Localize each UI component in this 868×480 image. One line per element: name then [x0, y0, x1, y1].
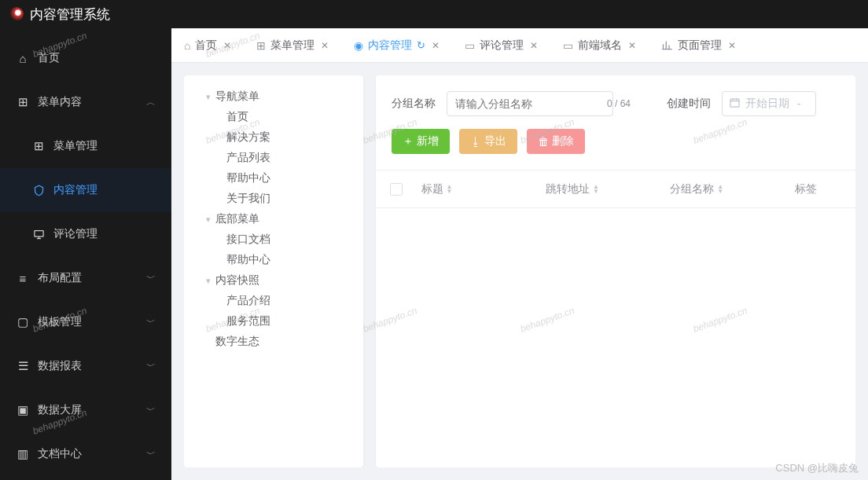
tree-node-products[interactable]: 产品列表	[192, 148, 355, 168]
sidebar-item-label: 菜单内容	[38, 95, 146, 109]
close-icon[interactable]: ✕	[628, 40, 636, 51]
tree-node-product-intro[interactable]: 产品介绍	[192, 291, 355, 311]
sidebar: ⌂ 首页 ⊞ 菜单内容 ︿ ⊞ 菜单管理 内容管理	[0, 28, 171, 480]
tab-comment-mgmt[interactable]: ▭ 评论管理 ✕	[465, 38, 538, 53]
sidebar-item-menu-content[interactable]: ⊞ 菜单内容 ︿	[0, 80, 171, 124]
download-icon: ⭳	[470, 135, 481, 148]
tree-node-digital-eco[interactable]: 数字生态	[192, 332, 355, 352]
app-title: 内容管理系统	[30, 5, 110, 24]
tab-home[interactable]: ⌂ 首页 ✕	[184, 38, 231, 53]
button-row: ＋ 新增 ⭳ 导出 🗑 删除	[376, 129, 855, 170]
doc-icon: ▥	[16, 447, 30, 461]
chevron-down-icon: ﹀	[146, 404, 156, 417]
sort-icon[interactable]: ▲▼	[593, 185, 599, 194]
tree-node-footer-help[interactable]: 帮助中心	[192, 250, 355, 270]
tree-label: 解决方案	[226, 130, 270, 145]
filter-row: 分组名称 0 / 64 创建时间 开始日期 -	[376, 75, 855, 129]
start-date-placeholder: 开始日期	[745, 97, 789, 111]
tree-node-footer-menu[interactable]: ▾ 底部菜单	[192, 209, 355, 229]
sidebar-item-label: 数据大屏	[38, 403, 146, 417]
tree-node-solution[interactable]: 解决方案	[192, 127, 355, 148]
sidebar-item-menu-mgmt[interactable]: ⊞ 菜单管理	[0, 124, 171, 168]
tree-node-service-scope[interactable]: 服务范围	[192, 311, 355, 332]
sidebar-item-content-mgmt[interactable]: 内容管理	[0, 168, 171, 212]
create-time-label: 创建时间	[667, 97, 711, 111]
caret-down-icon[interactable]: ▾	[203, 214, 214, 225]
sidebar-item-label: 菜单管理	[53, 139, 156, 153]
chevron-down-icon: ﹀	[146, 448, 156, 461]
refresh-icon[interactable]: ↻	[417, 39, 425, 51]
close-icon[interactable]: ✕	[223, 40, 231, 51]
col-label: 分组名称	[670, 182, 714, 196]
monitor-icon	[31, 229, 46, 240]
tab-label: 评论管理	[480, 38, 524, 53]
date-range-picker[interactable]: 开始日期 -	[722, 91, 816, 116]
group-name-input[interactable]	[447, 97, 601, 110]
tree-node-nav-menu[interactable]: ▾ 导航菜单	[192, 86, 355, 107]
shield-icon	[31, 185, 46, 196]
tree-label: 关于我们	[226, 192, 270, 206]
col-redirect[interactable]: 跳转地址 ▲▼	[546, 182, 670, 196]
sidebar-item-label: 内容管理	[53, 183, 156, 197]
sidebar-item-layout-cfg[interactable]: ≡ 布局配置 ﹀	[0, 256, 171, 300]
app-logo-icon	[9, 7, 24, 21]
tab-content-mgmt[interactable]: ◉ 内容管理 ↻ ✕	[354, 38, 440, 53]
sidebar-item-home[interactable]: ⌂ 首页	[0, 36, 171, 80]
close-icon[interactable]: ✕	[728, 40, 736, 51]
topbar: 内容管理系统	[0, 0, 868, 28]
tab-label: 菜单管理	[270, 38, 314, 53]
sidebar-item-data-report[interactable]: ☰ 数据报表 ﹀	[0, 344, 171, 388]
tree-node-home[interactable]: 首页	[192, 107, 355, 127]
tab-label: 页面管理	[678, 38, 722, 53]
tab-label: 首页	[195, 38, 217, 53]
col-tags[interactable]: 标签	[795, 182, 841, 196]
chevron-down-icon: ﹀	[146, 360, 156, 373]
tree-label: 产品介绍	[226, 294, 270, 308]
tree-node-snapshot[interactable]: ▾ 内容快照	[192, 270, 355, 291]
tab-menu-mgmt[interactable]: ⊞ 菜单管理 ✕	[256, 38, 329, 53]
tree-label: 接口文档	[226, 233, 270, 247]
table-header-row: 标题 ▲▼ 跳转地址 ▲▼ 分组名称 ▲▼	[376, 170, 855, 208]
export-button[interactable]: ⭳ 导出	[459, 129, 517, 154]
sidebar-item-doc-center[interactable]: ▥ 文档中心 ﹀	[0, 432, 171, 476]
chevron-up-icon: ︿	[146, 96, 156, 109]
col-group-name[interactable]: 分组名称 ▲▼	[670, 182, 794, 196]
grid-icon: ⊞	[16, 95, 30, 109]
caret-down-icon[interactable]: ▾	[203, 92, 214, 102]
sidebar-item-data-screen[interactable]: ▣ 数据大屏 ﹀	[0, 388, 171, 432]
caret-down-icon[interactable]: ▾	[203, 276, 214, 286]
tab-page-mgmt[interactable]: 页面管理 ✕	[661, 38, 736, 53]
sort-icon[interactable]: ▲▼	[447, 185, 453, 194]
sidebar-item-label: 评论管理	[53, 227, 156, 241]
group-name-input-wrap: 0 / 64	[447, 91, 613, 116]
group-name-label: 分组名称	[392, 97, 436, 111]
col-title[interactable]: 标题 ▲▼	[421, 182, 546, 196]
add-button[interactable]: ＋ 新增	[392, 129, 450, 154]
select-all-checkbox[interactable]	[390, 183, 403, 196]
range-separator: -	[797, 97, 801, 110]
col-label: 标题	[421, 182, 443, 196]
col-label: 标签	[795, 182, 817, 196]
tab-frontend-domain[interactable]: ▭ 前端域名 ✕	[563, 38, 636, 53]
sort-icon[interactable]: ▲▼	[717, 185, 723, 194]
chevron-down-icon: ﹀	[146, 272, 156, 285]
layout-icon: ≡	[16, 272, 30, 285]
col-label: 跳转地址	[546, 182, 590, 196]
sidebar-item-template-mgmt[interactable]: ▢ 模板管理 ﹀	[0, 300, 171, 344]
home-icon: ⌂	[184, 39, 190, 52]
tree-node-help[interactable]: 帮助中心	[192, 168, 355, 189]
calendar-icon	[729, 97, 741, 111]
close-icon[interactable]: ✕	[432, 40, 440, 51]
tree-label: 导航菜单	[215, 90, 259, 104]
tree-label: 首页	[226, 110, 248, 124]
sidebar-item-comment-mgmt[interactable]: 评论管理	[0, 212, 171, 256]
template-icon: ▢	[16, 315, 30, 329]
close-icon[interactable]: ✕	[321, 40, 329, 51]
tree-label: 数字生态	[215, 335, 259, 349]
tab-label: 内容管理	[368, 38, 412, 53]
delete-button[interactable]: 🗑 删除	[527, 129, 585, 154]
tree-label: 底部菜单	[215, 212, 259, 226]
tree-node-about[interactable]: 关于我们	[192, 189, 355, 209]
tree-node-api-docs[interactable]: 接口文档	[192, 229, 355, 250]
close-icon[interactable]: ✕	[530, 40, 538, 51]
